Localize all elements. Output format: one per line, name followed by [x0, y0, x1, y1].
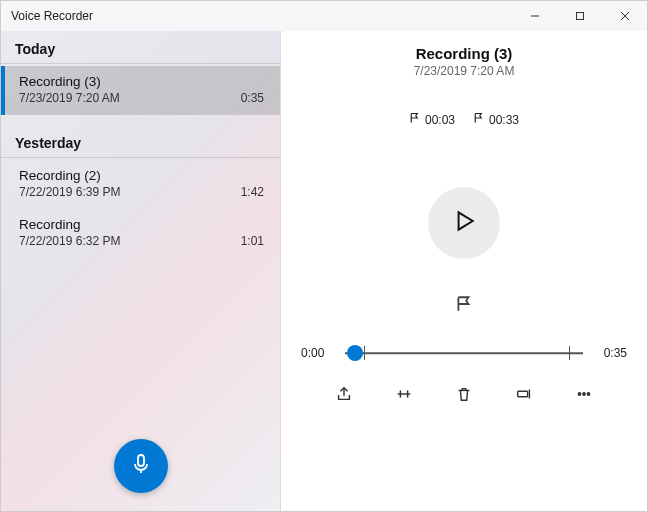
- marker-chip[interactable]: 00:33: [473, 112, 519, 127]
- timeline: 0:00 0:35: [301, 343, 627, 363]
- time-total: 0:35: [593, 346, 627, 360]
- app-window: Voice Recorder Today Recording (3) 7/23/…: [0, 0, 648, 512]
- flag-icon: [409, 112, 421, 127]
- content-area: Today Recording (3) 7/23/2019 7:20 AM 0:…: [1, 31, 647, 511]
- seek-slider[interactable]: [345, 343, 583, 363]
- track-tick: [569, 346, 570, 360]
- svg-rect-1: [576, 13, 583, 20]
- detail-subtitle: 7/23/2019 7:20 AM: [414, 64, 515, 78]
- group-header-today: Today: [1, 31, 280, 63]
- divider: [1, 63, 280, 64]
- divider: [1, 157, 280, 158]
- svg-point-14: [587, 393, 589, 395]
- share-button[interactable]: [333, 385, 355, 407]
- recording-duration: 1:42: [241, 185, 264, 199]
- time-current: 0:00: [301, 346, 335, 360]
- more-button[interactable]: [573, 385, 595, 407]
- svg-rect-4: [138, 455, 144, 466]
- recording-title: Recording: [19, 217, 81, 232]
- more-icon: [575, 385, 593, 407]
- window-title: Voice Recorder: [11, 9, 93, 23]
- trash-icon: [455, 385, 473, 407]
- rename-button[interactable]: [513, 385, 535, 407]
- recording-title: Recording (2): [19, 168, 101, 183]
- close-button[interactable]: [602, 1, 647, 31]
- detail-panel: Recording (3) 7/23/2019 7:20 AM 00:03 00…: [281, 31, 647, 511]
- recording-item[interactable]: Recording (2) 7/22/2019 6:39 PM 1:42: [1, 160, 280, 209]
- svg-point-13: [583, 393, 585, 395]
- recording-item[interactable]: Recording (3) 7/23/2019 7:20 AM 0:35: [1, 66, 280, 115]
- marker-time: 00:33: [489, 113, 519, 127]
- record-button[interactable]: [114, 439, 168, 493]
- minimize-button[interactable]: [512, 1, 557, 31]
- markers-row: 00:03 00:33: [409, 112, 519, 127]
- share-icon: [335, 385, 353, 407]
- recording-title: Recording (3): [19, 74, 101, 89]
- recording-duration: 1:01: [241, 234, 264, 248]
- svg-point-12: [578, 393, 580, 395]
- play-icon: [451, 208, 477, 238]
- trim-button[interactable]: [393, 385, 415, 407]
- detail-title: Recording (3): [416, 45, 513, 62]
- rename-icon: [515, 385, 533, 407]
- track-tick: [364, 346, 365, 360]
- titlebar: Voice Recorder: [1, 1, 647, 31]
- maximize-button[interactable]: [557, 1, 602, 31]
- seek-thumb[interactable]: [347, 345, 363, 361]
- group-header-yesterday: Yesterday: [1, 125, 280, 157]
- action-bar: [333, 385, 595, 407]
- track-line: [345, 352, 583, 354]
- delete-button[interactable]: [453, 385, 475, 407]
- recordings-sidebar: Today Recording (3) 7/23/2019 7:20 AM 0:…: [1, 31, 281, 511]
- marker-chip[interactable]: 00:03: [409, 112, 455, 127]
- recording-subtitle: 7/22/2019 6:39 PM: [19, 185, 120, 199]
- svg-marker-6: [459, 212, 473, 229]
- flag-icon: [473, 112, 485, 127]
- flag-icon: [455, 299, 473, 316]
- recording-item[interactable]: Recording 7/22/2019 6:32 PM 1:01: [1, 209, 280, 258]
- add-marker-button[interactable]: [455, 295, 473, 317]
- marker-time: 00:03: [425, 113, 455, 127]
- microphone-icon: [129, 452, 153, 480]
- recording-subtitle: 7/22/2019 6:32 PM: [19, 234, 120, 248]
- recording-subtitle: 7/23/2019 7:20 AM: [19, 91, 120, 105]
- recording-duration: 0:35: [241, 91, 264, 105]
- trim-icon: [395, 385, 413, 407]
- svg-rect-10: [518, 391, 528, 396]
- play-button[interactable]: [428, 187, 500, 259]
